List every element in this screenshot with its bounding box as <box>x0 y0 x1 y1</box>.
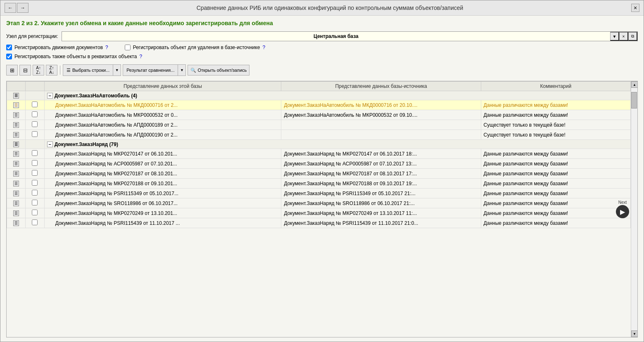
window-title: Сравнение данных РИБ или одинаковых конф… <box>32 5 628 11</box>
tree-collapse-icon[interactable]: − <box>47 93 53 99</box>
row-comment: Данные различаются между базами! <box>481 198 630 208</box>
table-row[interactable]: ☰ Документ.ЗаказНаАвтомобиль № МКР000053… <box>7 110 631 120</box>
table-row[interactable]: ☰ Документ.ЗаказНаряд № PSRI115349 от 05… <box>7 189 631 198</box>
scrollbar[interactable]: ▲ ▼ <box>631 81 637 337</box>
table-row[interactable]: ☰ Документ.ЗаказНаряд № МКР0270187 от 08… <box>7 169 631 179</box>
table-row[interactable]: ☰ Документ.ЗаказНаАвтомобиль № МКД000071… <box>7 100 631 110</box>
row-check-cell[interactable] <box>26 120 44 130</box>
checkbox-movements[interactable] <box>6 45 12 50</box>
scroll-track[interactable] <box>631 88 637 330</box>
doc-icon: ☰ <box>13 171 19 177</box>
open-object-button[interactable]: 🔍 Открыть объект/запись <box>188 65 250 75</box>
back-button[interactable]: ← <box>5 3 16 13</box>
row-checkbox[interactable] <box>32 111 38 117</box>
row-check-cell[interactable] <box>26 169 44 179</box>
row-checkbox[interactable] <box>32 101 38 107</box>
toolbar-btn-collapse[interactable]: ⊟ <box>19 65 31 75</box>
row-checkbox[interactable] <box>32 150 38 156</box>
row-check-cell[interactable] <box>26 110 44 120</box>
row-comment: Данные различаются между базами! <box>481 189 630 198</box>
row-data1: Документ.ЗаказНаАвтомобиль № МКР0000532 … <box>44 110 281 120</box>
row-checkbox[interactable] <box>32 160 38 166</box>
forward-button[interactable]: → <box>17 3 29 13</box>
select-rows-button[interactable]: ☰ Выбрать строки... <box>63 65 113 75</box>
content-area: Этап 2 из 2. Укажите узел обмена и какие… <box>0 16 644 342</box>
node-dropdown-btn[interactable]: ▼ <box>610 32 619 41</box>
data-table: Представление данных этой базы Представл… <box>7 81 631 228</box>
row-icon-cell: ☰ <box>7 100 26 110</box>
compare-result-label: Результат сравнения... <box>126 68 174 73</box>
compare-result-button[interactable]: Результат сравнения... <box>123 65 178 75</box>
row-check-cell[interactable] <box>26 189 44 198</box>
row-icon-cell: ☰ <box>7 110 26 120</box>
checkbox-requisites-label: Регистрировать также объекты в реквизита… <box>14 54 137 59</box>
table-row[interactable]: ☰ Документ.ЗаказНаряд № МКР0270188 от 09… <box>7 179 631 189</box>
row-icon-cell: ☰ <box>7 189 26 198</box>
checkbox-delete[interactable] <box>125 45 131 50</box>
doc-icon: ☰ <box>13 191 19 196</box>
row-checkbox[interactable] <box>32 219 38 225</box>
sort-desc-icon: Z↑A↓ <box>49 66 54 75</box>
checkbox-requisites[interactable] <box>6 54 12 59</box>
table-row[interactable]: ☰ Документ.ЗаказНаряд № АСР0005987 от 07… <box>7 159 631 169</box>
row-checkbox[interactable] <box>32 200 38 205</box>
sort-asc-icon: A↑Z↓ <box>36 66 41 75</box>
row-check-cell[interactable] <box>26 159 44 169</box>
row-checkbox[interactable] <box>32 210 38 215</box>
row-check-cell[interactable] <box>26 218 44 228</box>
row-checkbox[interactable] <box>32 190 38 196</box>
row-checkbox[interactable] <box>32 180 38 186</box>
checkbox-movements-label: Регистрировать движения документов <box>14 45 103 50</box>
data-table-wrap: Представление данных этой базы Представл… <box>6 81 638 337</box>
checkbox-delete-label: Регистрировать объект для удаления в баз… <box>133 45 260 50</box>
row-data1: Документ.ЗаказНаряд № МКР0270249 от 13.1… <box>44 208 281 218</box>
row-icon-cell: ☰ <box>7 149 26 159</box>
node-input[interactable] <box>62 33 610 40</box>
row-data2: Документ.ЗаказНаряд № АСР0005987 от 07.1… <box>281 159 481 169</box>
row-data2: Документ.ЗаказНаряд № МКР0270147 от 06.1… <box>281 149 481 159</box>
group-row-name: −Документ.ЗаказНаАвтомобиль (4) <box>44 91 630 100</box>
table-row[interactable]: ☰ Документ.ЗаказНаАвтомобиль № АПД000019… <box>7 130 631 140</box>
table-row[interactable]: ☰ Документ.ЗаказНаряд № PSRI115439 от 11… <box>7 218 631 228</box>
row-checkbox[interactable] <box>32 170 38 176</box>
row-check-cell[interactable] <box>26 198 44 208</box>
compare-result-arrow[interactable]: ▼ <box>178 65 185 75</box>
help-link-1[interactable]: ? <box>105 45 108 50</box>
row-data1: Документ.ЗаказНаряд № МКР0270147 от 06.1… <box>44 149 281 159</box>
row-checkbox[interactable] <box>32 131 38 137</box>
next-button[interactable]: ▶ <box>616 205 629 218</box>
toolbar-btn-expand[interactable]: ⊞ <box>6 65 18 75</box>
scroll-up-arrow[interactable]: ▲ <box>631 81 638 88</box>
col-header-data2: Представление данных базы-источника <box>281 82 481 91</box>
table-row[interactable]: ☰ Документ.ЗаказНаряд № МКР0270249 от 13… <box>7 208 631 218</box>
table-row[interactable]: ☰ Документ.ЗаказНаряд № МКР0270147 от 06… <box>7 149 631 159</box>
row-check-cell[interactable] <box>26 179 44 189</box>
doc-icon: ☰ <box>13 220 19 226</box>
help-link-2[interactable]: ? <box>262 45 265 50</box>
row-check-cell[interactable] <box>26 208 44 218</box>
help-link-3[interactable]: ? <box>139 54 142 59</box>
col-header-data1: Представление данных этой базы <box>44 82 281 91</box>
row-icon-cell: ☰ <box>7 120 26 130</box>
row-data2 <box>281 120 481 130</box>
table-row[interactable]: ☰ Документ.ЗаказНаряд № SRO118986 от 06.… <box>7 198 631 208</box>
node-clear-btn[interactable]: × <box>619 32 628 41</box>
table-row[interactable]: ☰ Документ.ЗаказНаАвтомобиль № АПД000018… <box>7 120 631 130</box>
toolbar-btn-sort-asc[interactable]: A↑Z↓ <box>33 65 44 75</box>
scroll-thumb[interactable] <box>631 92 637 108</box>
row-icon-cell: ☰ <box>7 159 26 169</box>
select-rows-arrow[interactable]: ▼ <box>113 65 121 75</box>
expand-icon: ⊞ <box>10 67 14 73</box>
tree-collapse-icon[interactable]: − <box>47 142 53 147</box>
row-icon-cell: ☰ <box>7 130 26 140</box>
row-check-cell[interactable] <box>26 130 44 140</box>
close-button[interactable]: × <box>631 4 639 12</box>
row-check-cell[interactable] <box>26 149 44 159</box>
doc-icon: ☰ <box>13 122 19 128</box>
node-open-btn[interactable]: ⧉ <box>628 32 637 41</box>
toolbar-btn-sort-desc[interactable]: Z↑A↓ <box>46 65 57 75</box>
doc-icon: ☰ <box>13 112 19 118</box>
row-checkbox[interactable] <box>32 121 38 127</box>
row-check-cell[interactable] <box>26 100 44 110</box>
scroll-down-arrow[interactable]: ▼ <box>631 330 638 337</box>
